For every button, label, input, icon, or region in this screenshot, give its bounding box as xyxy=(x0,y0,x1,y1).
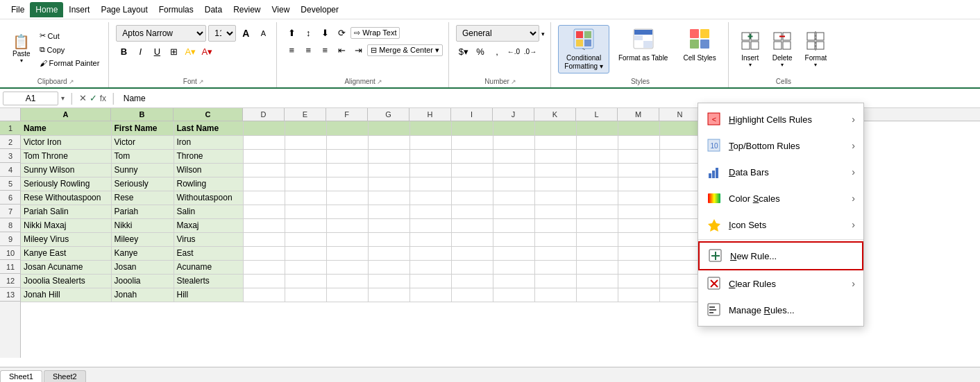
cell-r6-c11[interactable] xyxy=(534,191,576,205)
cell-r13-c7[interactable] xyxy=(368,288,409,302)
cell-r4-c9[interactable] xyxy=(451,163,493,177)
cell-r13-c5[interactable] xyxy=(285,288,326,302)
cell-r13-c11[interactable] xyxy=(534,288,576,302)
row-header-3[interactable]: 3 xyxy=(0,149,21,163)
col-header-g[interactable]: G xyxy=(368,108,409,121)
row-header-9[interactable]: 9 xyxy=(0,232,21,246)
name-box-arrow[interactable]: ▾ xyxy=(61,94,65,102)
cell-r5-c3[interactable]: Rowling xyxy=(174,177,243,191)
dropdown-item-colorscales[interactable]: Color Scales› xyxy=(698,185,863,211)
comma-button[interactable]: , xyxy=(489,44,505,59)
cell-r8-c9[interactable] xyxy=(451,218,493,232)
cell-r9-c5[interactable] xyxy=(285,232,326,246)
dropdown-item-topbottom[interactable]: 10Top/Bottom Rules› xyxy=(698,132,863,159)
col-header-c[interactable]: C xyxy=(174,108,243,121)
increase-font-button[interactable]: A xyxy=(238,26,253,41)
cell-r6-c5[interactable] xyxy=(285,191,326,205)
text-direction-button[interactable]: ⟳ xyxy=(334,25,349,40)
cell-r6-c2[interactable]: Rese xyxy=(111,191,174,205)
decrease-indent-button[interactable]: ⇤ xyxy=(334,42,349,58)
cell-r2-c9[interactable] xyxy=(451,135,493,149)
row-header-12[interactable]: 12 xyxy=(0,274,21,288)
cell-r10-c7[interactable] xyxy=(368,246,409,260)
cell-r6-c8[interactable] xyxy=(409,191,451,205)
font-name-select[interactable]: Aptos Narrow xyxy=(116,25,206,42)
cell-r12-c1[interactable]: Jooolia Stealerts xyxy=(21,274,111,288)
cell-r12-c13[interactable] xyxy=(618,274,659,288)
font-size-select[interactable]: 11 xyxy=(208,25,236,42)
cell-r11-c8[interactable] xyxy=(409,260,451,274)
cell-r5-c6[interactable] xyxy=(326,177,368,191)
col-header-a[interactable]: A xyxy=(21,108,111,121)
fill-color-button[interactable]: A▾ xyxy=(183,44,198,59)
cell-r7-c8[interactable] xyxy=(409,205,451,218)
cell-r13-c6[interactable] xyxy=(326,288,368,302)
align-middle-button[interactable]: ↕ xyxy=(301,25,316,40)
cell-r3-c3[interactable]: Throne xyxy=(174,149,243,163)
col-header-h[interactable]: H xyxy=(409,108,451,121)
col-header-l[interactable]: L xyxy=(576,108,618,121)
insert-function-button[interactable]: fx xyxy=(100,94,106,103)
cell-r4-c3[interactable]: Wilson xyxy=(174,163,243,177)
cell-r2-c1[interactable]: Victor Iron xyxy=(21,135,111,149)
cell-r13-c13[interactable] xyxy=(618,288,659,302)
cell-r10-c2[interactable]: Kanye xyxy=(111,246,174,260)
cell-r5-c11[interactable] xyxy=(534,177,576,191)
cell-r11-c13[interactable] xyxy=(618,260,659,274)
col-header-e[interactable]: E xyxy=(285,108,326,121)
cell-r9-c3[interactable]: Virus xyxy=(174,232,243,246)
cell-r5-c7[interactable] xyxy=(368,177,409,191)
cell-r4-c2[interactable]: Sunny xyxy=(111,163,174,177)
cell-r8-c13[interactable] xyxy=(618,218,659,232)
align-bottom-button[interactable]: ⬇ xyxy=(317,25,332,40)
cell-r11-c12[interactable] xyxy=(576,260,618,274)
cell-r8-c7[interactable] xyxy=(368,218,409,232)
cell-r4-c4[interactable] xyxy=(243,163,285,177)
cell-r10-c11[interactable] xyxy=(534,246,576,260)
row-header-11[interactable]: 11 xyxy=(0,260,21,274)
row-header-4[interactable]: 4 xyxy=(0,163,21,177)
cell-r5-c14[interactable] xyxy=(659,177,701,191)
cell-r9-c13[interactable] xyxy=(618,232,659,246)
cell-r1-c12[interactable] xyxy=(576,121,618,135)
cell-r11-c5[interactable] xyxy=(285,260,326,274)
cell-r10-c14[interactable] xyxy=(659,246,701,260)
dropdown-item-iconsets[interactable]: Icon Sets› xyxy=(698,211,863,238)
cell-r12-c12[interactable] xyxy=(576,274,618,288)
cell-r5-c9[interactable] xyxy=(451,177,493,191)
cell-r8-c8[interactable] xyxy=(409,218,451,232)
cell-r10-c10[interactable] xyxy=(493,246,534,260)
cell-r9-c7[interactable] xyxy=(368,232,409,246)
cell-r2-c14[interactable] xyxy=(659,135,701,149)
cell-r2-c6[interactable] xyxy=(326,135,368,149)
cell-r3-c13[interactable] xyxy=(618,149,659,163)
wrap-text-button[interactable]: ⇨ Wrap Text xyxy=(350,27,400,39)
cell-r1-c8[interactable] xyxy=(409,121,451,135)
dropdown-item-managerules[interactable]: Manage Rules... xyxy=(698,297,863,323)
cell-r9-c11[interactable] xyxy=(534,232,576,246)
cell-r9-c2[interactable]: Mileey xyxy=(111,232,174,246)
cell-r3-c8[interactable] xyxy=(409,149,451,163)
cell-r7-c1[interactable]: Pariah Salin xyxy=(21,205,111,218)
cell-r1-c4[interactable] xyxy=(243,121,285,135)
cancel-formula-button[interactable]: ✕ xyxy=(79,93,87,103)
cell-r13-c3[interactable]: Hill xyxy=(174,288,243,302)
cell-r7-c11[interactable] xyxy=(534,205,576,218)
cell-r1-c5[interactable] xyxy=(285,121,326,135)
conditional-formatting-button[interactable]: ≥ ConditionalFormatting ▾ xyxy=(558,25,609,73)
bold-button[interactable]: B xyxy=(116,44,131,59)
menu-formulas[interactable]: Formulas xyxy=(153,2,199,17)
cell-r13-c1[interactable]: Jonah Hill xyxy=(21,288,111,302)
cell-r13-c2[interactable]: Jonah xyxy=(111,288,174,302)
cell-r7-c6[interactable] xyxy=(326,205,368,218)
align-right-button[interactable]: ≡ xyxy=(317,42,332,58)
row-header-5[interactable]: 5 xyxy=(0,177,21,191)
cell-r4-c6[interactable] xyxy=(326,163,368,177)
cell-r12-c8[interactable] xyxy=(409,274,451,288)
cell-r8-c3[interactable]: Maxaj xyxy=(174,218,243,232)
align-left-button[interactable]: ≡ xyxy=(284,42,299,58)
menu-file[interactable]: File xyxy=(6,2,30,17)
paste-button[interactable]: 📋 Paste ▾ xyxy=(8,32,35,67)
cell-r6-c6[interactable] xyxy=(326,191,368,205)
menu-pagelayout[interactable]: Page Layout xyxy=(95,2,153,17)
